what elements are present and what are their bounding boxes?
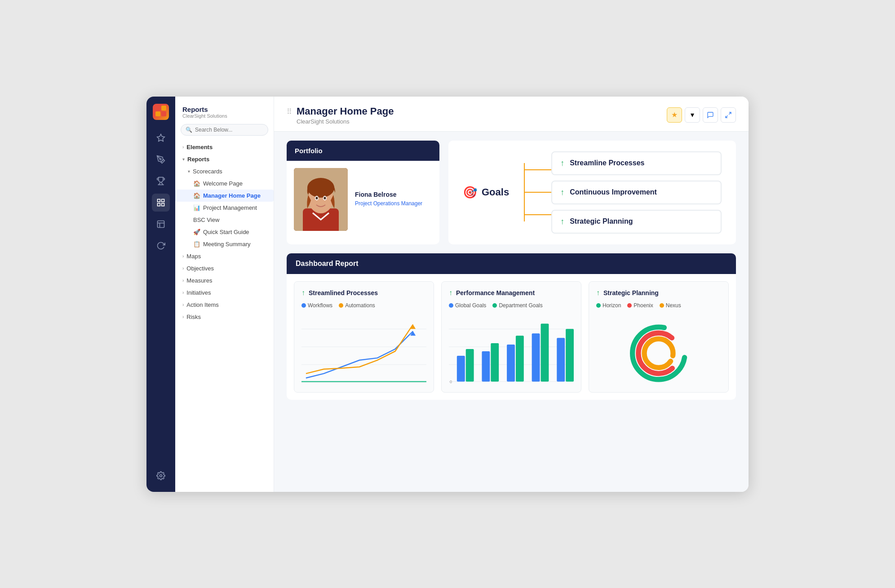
sidebar-objectives-label: Objectives [186,265,214,272]
goal-arrow-1: ↑ [560,159,564,168]
chat-button[interactable] [703,107,718,123]
legend-dot-nexus [660,303,664,308]
legend-label-automations: Automations [345,302,375,309]
chevron-right-initiatives: › [182,290,184,295]
main-content: ⠿ Manager Home Page ClearSight Solutions… [274,97,749,492]
sidebar-item-initiatives[interactable]: › Initiatives [175,287,274,299]
sidebar-item-risks[interactable]: › Risks [175,311,274,323]
drag-handle-icon: ⠿ [287,107,292,116]
sidebar-elements-label: Elements [186,144,213,150]
rail-grid-icon[interactable] [152,194,170,212]
main-header: ⠿ Manager Home Page ClearSight Solutions… [274,97,749,132]
sidebar-item-quick-start[interactable]: 🚀 Quick Start Guide [175,226,274,238]
svg-rect-40 [482,351,490,381]
dashboard-section: Dashboard Report ↑ Streamlined Processes… [287,253,736,400]
rail-settings-icon[interactable] [152,467,170,485]
dropdown-button[interactable]: ▾ [685,107,700,123]
svg-rect-9 [162,203,164,206]
strategic-legend: Horizon Phoenix Nexus [596,302,721,309]
svg-rect-44 [532,333,540,381]
sidebar-app-title: Reports [182,106,266,113]
streamlined-legend: Workflows Automations [301,302,426,309]
svg-line-13 [726,115,728,118]
manager-home-icon: 🏠 [193,192,200,199]
goals-inner: 🎯 Goals [463,151,722,234]
goal-cards: ↑ Streamline Processes ↑ Continuous Impr… [551,151,722,234]
app-logo [153,104,169,120]
expand-button[interactable] [721,107,736,123]
quick-start-icon: 🚀 [193,229,200,235]
chevron-right-objectives: › [182,266,184,271]
goals-text: Goals [482,186,509,198]
sidebar-item-action-items[interactable]: › Action Items [175,299,274,311]
sidebar-item-manager-home[interactable]: 🏠 Manager Home Page [175,190,274,202]
sidebar-item-maps[interactable]: › Maps [175,250,274,262]
svg-marker-4 [157,134,165,141]
legend-label-global: Global Goals [455,302,486,309]
chevron-right-action: › [182,302,184,307]
svg-rect-8 [158,203,160,206]
page-subtitle: ClearSight Solutions [297,118,394,125]
sidebar-item-project-mgmt[interactable]: 📊 Project Management [175,202,274,214]
legend-global-goals: Global Goals [449,302,486,309]
favorite-button[interactable]: ★ [667,107,682,123]
welcome-icon: 🏠 [193,180,200,187]
legend-horizon: Horizon [596,302,621,309]
donut-chart-area [596,313,721,385]
chevron-down-icon: ▾ [182,157,185,162]
sidebar-item-scorecards[interactable]: ▾ Scorecards [175,165,274,177]
sidebar-meeting-label: Meeting Summary [203,241,250,248]
sidebar-app-subtitle: ClearSight Solutions [182,113,266,119]
project-mgmt-icon: 📊 [193,204,200,211]
sidebar-quick-start-label: Quick Start Guide [203,229,249,235]
goal-target-icon: 🎯 [463,186,477,199]
dash-card-performance: ↑ Performance Management Global Goals De… [441,281,581,393]
portfolio-photo [294,168,348,231]
legend-dot-department [492,303,497,308]
svg-point-11 [160,474,162,477]
dash-card-streamlined: ↑ Streamlined Processes Workflows Automa… [294,281,434,393]
sidebar-item-welcome[interactable]: 🏠 Welcome Page [175,177,274,190]
svg-rect-2 [155,111,160,116]
rail-brush-icon[interactable] [152,150,170,168]
legend-dot-horizon [596,303,601,308]
sidebar-item-objectives[interactable]: › Objectives [175,262,274,274]
rail-favorites-icon[interactable] [152,129,170,147]
sidebar-item-measures[interactable]: › Measures [175,274,274,287]
sidebar-item-reports[interactable]: ▾ Reports [175,153,274,165]
icon-rail [146,97,175,492]
svg-rect-43 [516,336,524,381]
goal-label-1: Streamline Processes [570,159,644,167]
rail-trophy-icon[interactable] [152,172,170,190]
legend-label-workflows: Workflows [308,302,332,309]
search-input[interactable] [195,127,263,133]
sidebar-header: Reports ClearSight Solutions [175,102,274,124]
rail-layout-icon[interactable] [152,215,170,233]
sidebar-welcome-label: Welcome Page [203,180,243,187]
sidebar-item-elements[interactable]: › Elements [175,141,274,153]
dash-arrow-streamlined: ↑ [301,289,305,297]
svg-point-50 [644,339,673,367]
svg-point-21 [324,197,326,199]
chevron-right-measures: › [182,278,184,283]
svg-point-20 [316,197,318,199]
svg-rect-42 [507,345,515,381]
sidebar-item-bsc-view[interactable]: BSC View [175,214,274,226]
person-name: Fiona Belrose [355,191,422,198]
goal-label-2: Continuous Improvement [570,188,657,196]
svg-rect-10 [158,221,164,227]
dash-arrow-performance: ↑ [449,289,452,297]
search-box[interactable]: 🔍 [181,124,268,136]
sidebar-item-meeting-summary[interactable]: 📋 Meeting Summary [175,238,274,250]
title-area: ⠿ Manager Home Page ClearSight Solutions [287,106,394,125]
top-row: Portfolio [287,141,736,244]
svg-rect-1 [161,106,166,111]
rail-refresh-icon[interactable] [152,237,170,255]
line-chart-svg [301,313,426,385]
svg-rect-0 [155,106,160,111]
goals-label: 🎯 Goals [463,186,509,199]
legend-label-department: Department Goals [499,302,542,309]
legend-dot-automations [339,303,343,308]
dash-card-strategic-title: ↑ Strategic Planning [596,289,721,297]
sidebar-project-mgmt-label: Project Management [203,204,257,211]
